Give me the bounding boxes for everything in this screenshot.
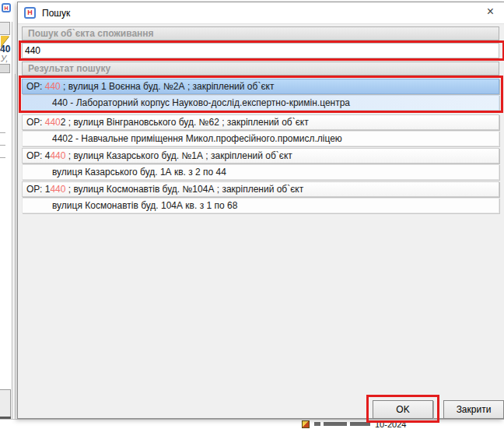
search-section-label: Пошук об`єкта споживання	[28, 28, 154, 39]
background-toolbar-fragment	[0, 22, 10, 35]
app-icon: Н	[24, 7, 36, 19]
detail-text: 440 - Лабораторний корпус Науково-дослід…	[52, 97, 350, 108]
search-input[interactable]	[22, 43, 499, 58]
address-text: ; вулиця Казарського буд. №1А ; закріпле…	[65, 150, 292, 161]
background-panel-fragment	[0, 64, 10, 73]
search-dialog: Н Пошук × Пошук об`єкта споживання Резул…	[17, 2, 504, 419]
background-number: 40	[0, 44, 10, 55]
result-row-detail[interactable]: 440 - Лабораторний корпус Науково-дослід…	[22, 95, 499, 111]
background-bottom-fragment	[0, 389, 11, 419]
match-highlight: 440	[50, 150, 65, 161]
close-icon[interactable]: ×	[487, 5, 494, 18]
background-tick	[0, 145, 5, 146]
dialog-titlebar: Н Пошук ×	[18, 2, 504, 24]
address-text: ; вулиця 1 Воєнна буд. №2А ; закріплений…	[61, 81, 275, 92]
background-window-edge	[12, 22, 12, 429]
op-label: ОР:	[26, 117, 45, 128]
results-section-header: Результат пошуку	[22, 62, 499, 76]
result-row-header[interactable]: ОР: 4402 ; вулиця Вінграновського буд. №…	[22, 114, 499, 130]
match-highlight: 440	[45, 117, 61, 128]
result-row-detail[interactable]: вулиця Казарського буд. 1А кв. з 2 по 44	[22, 164, 499, 180]
op-label: ОР:	[26, 81, 45, 92]
clipped-text-fragment	[314, 422, 320, 426]
op-label: ОР:	[26, 150, 45, 161]
background-period-text: 10-2024	[375, 420, 406, 429]
background-letter: У,	[1, 54, 8, 63]
match-highlight: 440	[50, 184, 65, 195]
background-app-icon: Н	[2, 3, 11, 12]
dialog-title: Пошук	[42, 8, 70, 19]
detail-text: 4402 - Навчальне приміщення Микол.профес…	[52, 133, 342, 144]
result-row-detail[interactable]: 4402 - Навчальне приміщення Микол.профес…	[22, 131, 499, 146]
op-label: ОР:	[26, 184, 45, 195]
address-text: ; вулиця Космонавтів буд. №104А ; закріп…	[65, 184, 303, 195]
background-app-icon-letter: Н	[4, 5, 8, 11]
search-section-header: Пошук об`єкта споживання	[22, 26, 499, 40]
match-highlight: 440	[45, 81, 61, 92]
background-tick	[0, 157, 5, 158]
background-window-edge-2	[15, 74, 16, 429]
result-row-header[interactable]: ОР: 440 ; вулиця 1 Воєнна буд. №2А ; зак…	[22, 79, 499, 94]
clipped-text-fragment	[324, 422, 347, 426]
app-icon-letter: Н	[27, 9, 33, 16]
clipped-text-fragment	[350, 422, 370, 426]
result-row-header[interactable]: ОР: 1440 ; вулиця Космонавтів буд. №104А…	[22, 181, 499, 197]
results-section-label: Результат пошуку	[28, 63, 110, 74]
background-tick	[0, 132, 5, 133]
calendar-icon	[302, 420, 310, 428]
close-dialog-button[interactable]: Закрити	[443, 400, 504, 419]
detail-text: вулиця Космонавтів буд. 104А кв. з 1 по …	[52, 200, 237, 211]
background-statusbar	[0, 419, 504, 429]
detail-text: вулиця Казарського буд. 1А кв. з 2 по 44	[52, 167, 226, 178]
address-text: ; вулиця Вінграновського буд. №62 ; закр…	[65, 117, 308, 128]
result-row-header[interactable]: ОР: 4440 ; вулиця Казарського буд. №1А ;…	[22, 148, 499, 164]
result-row-detail[interactable]: вулиця Космонавтів буд. 104А кв. з 1 по …	[22, 198, 499, 213]
ok-button[interactable]: OK	[373, 400, 433, 419]
